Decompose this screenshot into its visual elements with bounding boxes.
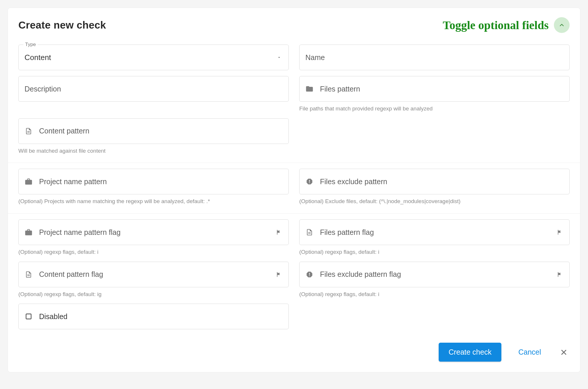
content-pattern-flag-helper: (Optional) regexp flags, default: ig [18, 291, 289, 298]
content-pattern-flag-input[interactable]: Content pattern flag [18, 262, 289, 287]
content-pattern-placeholder: Content pattern [39, 127, 89, 135]
section-optional-2: Project name pattern flag (Optional) reg… [8, 213, 580, 337]
type-value: Content [24, 53, 51, 62]
svg-rect-6 [26, 314, 31, 319]
section-optional-1: Project name pattern (Optional) Projects… [8, 163, 580, 213]
files-pattern-placeholder: Files pattern [320, 85, 360, 93]
project-name-pattern-placeholder: Project name pattern [39, 177, 107, 186]
toggle-optional-fields-button[interactable] [554, 17, 570, 33]
flag-icon [274, 270, 283, 279]
description-input[interactable]: Description [18, 76, 289, 102]
files-exclude-pattern-flag-placeholder: Files exclude pattern flag [320, 270, 401, 279]
files-exclude-pattern-flag-helper: (Optional) regexp flags, default: i [299, 291, 570, 298]
file-icon [24, 127, 33, 135]
svg-rect-4 [27, 274, 30, 275]
name-placeholder: Name [305, 53, 325, 62]
files-pattern-flag-placeholder: Files pattern flag [320, 228, 374, 237]
content-pattern-flag-placeholder: Content pattern flag [39, 270, 103, 279]
disabled-checkbox-field[interactable]: Disabled [18, 304, 289, 329]
file-icon [24, 270, 33, 279]
alert-icon [305, 270, 314, 279]
svg-rect-5 [27, 275, 30, 276]
toggle-optional-fields-label: Toggle optional fields [443, 18, 549, 32]
close-button[interactable] [558, 348, 570, 357]
close-icon [560, 348, 568, 356]
files-exclude-pattern-placeholder: Files exclude pattern [320, 177, 387, 186]
toggle-optional-fields[interactable]: Toggle optional fields [443, 17, 570, 33]
flag-icon [555, 270, 564, 279]
disabled-label: Disabled [39, 312, 67, 321]
folder-icon [305, 85, 314, 93]
section-basic: Type Content Name Description [8, 33, 580, 163]
project-name-pattern-input[interactable]: Project name pattern [18, 169, 289, 194]
files-exclude-pattern-helper: (Optional) Exclude files, default: (^\.|… [299, 198, 570, 205]
svg-rect-0 [27, 131, 30, 132]
files-exclude-pattern-flag-input[interactable]: Files exclude pattern flag [299, 262, 570, 287]
cancel-button[interactable]: Cancel [517, 348, 543, 357]
files-pattern-flag-input[interactable]: Files pattern flag [299, 219, 570, 245]
chevron-up-icon [559, 22, 565, 28]
briefcase-icon [24, 177, 33, 186]
flag-icon [555, 228, 564, 236]
project-name-pattern-helper: (Optional) Projects with name matching t… [18, 198, 289, 205]
svg-rect-1 [27, 132, 30, 133]
project-name-pattern-flag-helper: (Optional) regexp flags, default: i [18, 249, 289, 256]
svg-rect-3 [308, 233, 311, 234]
type-select[interactable]: Type Content [18, 45, 289, 70]
description-placeholder: Description [24, 85, 61, 93]
create-check-button[interactable]: Create check [439, 343, 501, 362]
files-pattern-flag-helper: (Optional) regexp flags, default: i [299, 249, 570, 256]
svg-rect-2 [308, 232, 311, 233]
form-actions: Create check Cancel [8, 337, 580, 372]
briefcase-icon [24, 228, 33, 236]
type-floating-label: Type [23, 42, 38, 47]
flag-icon [274, 228, 283, 236]
project-name-pattern-flag-input[interactable]: Project name pattern flag [18, 219, 289, 245]
name-input[interactable]: Name [299, 45, 570, 70]
content-pattern-helper: Will be matched against file content [18, 147, 289, 155]
files-pattern-helper: File paths that match provided regexp wi… [299, 105, 570, 112]
content-pattern-input[interactable]: Content pattern [18, 118, 289, 144]
file-icon [305, 228, 314, 236]
card-header: Create new check Toggle optional fields [8, 8, 580, 33]
dropdown-icon [277, 55, 281, 60]
create-check-card: Create new check Toggle optional fields … [8, 8, 580, 372]
files-pattern-input[interactable]: Files pattern [299, 76, 570, 102]
page-title: Create new check [18, 19, 106, 31]
alert-icon [305, 177, 314, 186]
files-exclude-pattern-input[interactable]: Files exclude pattern [299, 169, 570, 194]
checkbox-unchecked-icon[interactable] [24, 312, 33, 321]
project-name-pattern-flag-placeholder: Project name pattern flag [39, 228, 120, 237]
